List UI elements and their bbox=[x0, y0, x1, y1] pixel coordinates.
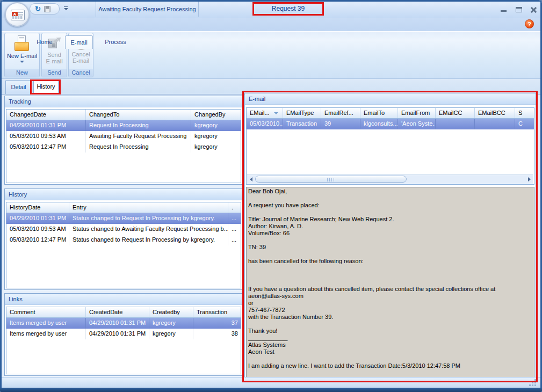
column-header[interactable]: EMailType bbox=[283, 108, 321, 118]
app-window: ↻ Awaiting Faculty Request Processing Re… bbox=[0, 0, 542, 392]
cell: Request In Processing bbox=[86, 142, 191, 153]
email-grid: EMail... EMailType EmailRef... EmailTo E… bbox=[246, 107, 534, 185]
scroll-left-icon bbox=[250, 177, 252, 182]
cell: 05/03/2010... bbox=[247, 119, 283, 129]
horizontal-scrollbar[interactable] bbox=[247, 175, 533, 184]
quick-access-toolbar: ↻ bbox=[30, 3, 60, 14]
tracking-panel: Tracking ChangedDate ChangedTo ChangedBy… bbox=[4, 96, 243, 185]
column-header[interactable]: EmailRef... bbox=[321, 108, 360, 118]
cell bbox=[475, 119, 515, 129]
tracking-grid: ChangedDate ChangedTo ChangedBy 04/29/20… bbox=[6, 109, 241, 183]
new-email-dropdown-icon[interactable] bbox=[20, 61, 24, 63]
save-icon[interactable] bbox=[44, 6, 50, 12]
cell: 38 bbox=[193, 329, 241, 339]
table-row[interactable]: 04/29/2010 01:31 PM Status changed to Re… bbox=[6, 213, 241, 224]
tab-process[interactable]: Process bbox=[96, 35, 135, 49]
cell: C bbox=[515, 119, 534, 129]
cell: Status changed to Request In Processing … bbox=[69, 235, 228, 245]
group-label-send: Send bbox=[42, 69, 67, 77]
scroll-right-icon bbox=[528, 177, 531, 182]
tab-home[interactable]: Home bbox=[25, 35, 64, 49]
table-row[interactable]: 05/03/2010 12:47 PM Status changed to Re… bbox=[6, 235, 241, 245]
cell: kgregory bbox=[191, 131, 241, 142]
column-header[interactable]: ChangedDate bbox=[6, 110, 86, 120]
cell: Items merged by user bbox=[6, 318, 86, 329]
column-header[interactable]: ChangedBy bbox=[191, 110, 241, 120]
column-header[interactable]: Comment bbox=[6, 307, 86, 317]
quick-access-dropdown-icon[interactable] bbox=[63, 6, 68, 11]
scroll-left-button[interactable] bbox=[247, 175, 256, 184]
window-title: Request 39 bbox=[252, 2, 324, 16]
ribbon-tab-strip: Home E-mail Process bbox=[0, 18, 542, 31]
window-border bbox=[0, 0, 542, 2]
cell: 04/29/2010 01:31 PM bbox=[86, 318, 149, 329]
email-grid-header: EMail... EMailType EmailRef... EmailTo E… bbox=[247, 108, 534, 119]
cell: Request In Processing bbox=[86, 120, 191, 131]
tab-detail[interactable]: Detail bbox=[5, 80, 32, 94]
cell: ... bbox=[228, 213, 241, 224]
tracking-panel-header: Tracking bbox=[5, 96, 242, 107]
cell: 39 bbox=[321, 119, 360, 129]
scroll-right-button[interactable] bbox=[525, 175, 533, 184]
cell: ... bbox=[228, 224, 241, 235]
column-header[interactable]: Transaction bbox=[193, 307, 241, 317]
email-body-text[interactable]: Dear Bob Ojai, A request you have placed… bbox=[246, 187, 534, 380]
table-row[interactable]: Items merged by user 04/29/2010 01:31 PM… bbox=[6, 329, 241, 339]
scrollbar-thumb[interactable] bbox=[255, 176, 407, 183]
cell: 'Aeon Syste... bbox=[398, 119, 436, 129]
table-row[interactable]: 05/03/2010 12:47 PM Request In Processin… bbox=[6, 142, 241, 153]
column-header[interactable]: Createdby bbox=[149, 307, 193, 317]
history-grid: HistoryDate Entry . 04/29/2010 01:31 PM … bbox=[6, 202, 241, 288]
tracking-grid-header: ChangedDate ChangedTo ChangedBy bbox=[6, 110, 241, 120]
column-header[interactable]: Entry bbox=[69, 202, 228, 213]
column-header-sorted[interactable]: EMail... bbox=[247, 108, 283, 118]
group-label-cancel: Cancel bbox=[69, 69, 93, 77]
links-grid: Comment CreatedDate Createdby Transactio… bbox=[6, 307, 241, 374]
status-bar bbox=[0, 377, 542, 388]
links-grid-header: Comment CreatedDate Createdby Transactio… bbox=[6, 307, 241, 318]
column-header[interactable]: CreatedDate bbox=[86, 307, 149, 317]
table-row[interactable]: 04/29/2010 01:31 PM Request In Processin… bbox=[6, 120, 241, 131]
cancel-email-label: Cancel E-mail bbox=[71, 51, 91, 64]
table-row[interactable]: 05/03/2010 09:53 AM Awaiting Faculty Req… bbox=[6, 131, 241, 142]
history-panel-header: History bbox=[5, 189, 242, 200]
column-header[interactable]: ChangedTo bbox=[86, 110, 191, 120]
tab-email[interactable]: E-mail bbox=[65, 35, 93, 49]
email-panel: E-mail EMail... EMailType EmailRef... Em… bbox=[244, 93, 536, 381]
resize-grip[interactable] bbox=[529, 379, 531, 381]
column-header[interactable]: EmailTo bbox=[360, 108, 398, 118]
minimize-button[interactable] bbox=[498, 6, 509, 14]
tab-history[interactable]: History bbox=[33, 79, 59, 94]
column-header[interactable]: EMailBCC bbox=[475, 108, 515, 118]
group-label-new: New bbox=[5, 69, 39, 77]
app-menu-orb[interactable]: A bbox=[5, 2, 30, 27]
refresh-icon[interactable]: ↻ bbox=[35, 5, 41, 12]
cell: 37 bbox=[193, 318, 241, 329]
history-panel: History HistoryDate Entry . 04/29/2010 0… bbox=[4, 188, 243, 290]
help-button[interactable]: ? bbox=[525, 19, 534, 28]
cell: Status changed to Awaiting Faculty Reque… bbox=[69, 224, 228, 235]
cell: 04/29/2010 01:31 PM bbox=[6, 213, 69, 224]
cell: 05/03/2010 12:47 PM bbox=[6, 142, 86, 153]
column-header[interactable]: . bbox=[228, 202, 241, 213]
cell: kgregory bbox=[191, 142, 241, 153]
column-header[interactable]: HistoryDate bbox=[6, 202, 69, 213]
window-border bbox=[0, 0, 2, 392]
cell: 05/03/2010 09:53 AM bbox=[6, 224, 69, 235]
table-row[interactable]: Items merged by user 04/29/2010 01:31 PM… bbox=[6, 318, 241, 329]
cell: Items merged by user bbox=[6, 329, 86, 339]
column-header[interactable]: EmailFrom bbox=[398, 108, 436, 118]
column-header[interactable]: EMailCC bbox=[436, 108, 475, 118]
email-panel-header: E-mail bbox=[245, 93, 536, 105]
links-panel: Links Comment CreatedDate Createdby Tran… bbox=[4, 293, 243, 376]
maximize-button[interactable] bbox=[514, 6, 524, 14]
cell: 05/03/2010 09:53 AM bbox=[6, 131, 86, 142]
column-header[interactable]: S bbox=[515, 108, 534, 118]
request-status-label: Awaiting Faculty Request Processing bbox=[96, 2, 199, 17]
history-grid-header: HistoryDate Entry . bbox=[6, 202, 241, 213]
page-tab-strip: Detail History bbox=[0, 79, 542, 94]
table-row[interactable]: 05/03/2010 09:53 AM Status changed to Aw… bbox=[6, 224, 241, 235]
close-button[interactable] bbox=[529, 6, 539, 14]
table-row[interactable]: 05/03/2010... Transaction 39 klgconsults… bbox=[247, 119, 534, 129]
cell: kgregory bbox=[191, 120, 241, 131]
